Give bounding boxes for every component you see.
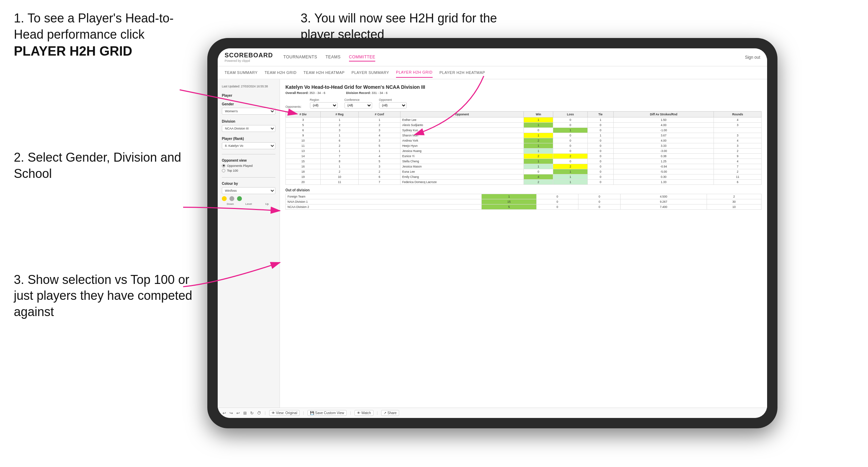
colour-up-label: Up bbox=[258, 202, 275, 206]
sidebar-date: Last Updated: 27/03/2024 16:55:38 bbox=[222, 84, 275, 89]
cell-div: 14 bbox=[286, 154, 321, 159]
cell-div: 11 bbox=[286, 143, 321, 149]
cell-div: 19 bbox=[286, 174, 321, 180]
view-original-icon: 👁 bbox=[272, 411, 275, 415]
radio-opponents-label: Opponents Played bbox=[227, 164, 253, 168]
colour-labels: Down Level Up bbox=[222, 202, 275, 206]
nav-committee[interactable]: COMMITTEE bbox=[349, 53, 376, 61]
cell-opponent: Eunice Yi bbox=[400, 154, 523, 159]
cell-diff: 0.30 bbox=[613, 174, 714, 180]
th-div: # Div bbox=[286, 112, 321, 117]
view-original-btn[interactable]: 👁 View: Original bbox=[269, 410, 300, 416]
cell-rounds: 3 bbox=[714, 143, 762, 149]
nav-right: Sign out bbox=[745, 55, 760, 60]
filter-region-select[interactable]: (All) bbox=[310, 102, 338, 108]
tablet: SCOREBOARD Powered by clippd TOURNAMENTS… bbox=[207, 38, 777, 428]
tablet-screen: SCOREBOARD Powered by clippd TOURNAMENTS… bbox=[218, 48, 767, 418]
nav-items: TOURNAMENTS TEAMS COMMITTEE bbox=[283, 53, 745, 61]
th-win: Win bbox=[523, 112, 553, 117]
filter-conference-label: Conference bbox=[345, 98, 372, 102]
nav-tournaments[interactable]: TOURNAMENTS bbox=[283, 53, 317, 61]
sub-nav-player-heatmap[interactable]: PLAYER H2H HEATMAP bbox=[440, 68, 485, 77]
table-row: 14 7 4 Eunice Yi 2 2 0 0.38 9 bbox=[286, 154, 762, 159]
colour-by-label: Colour by bbox=[222, 182, 275, 185]
colour-section: Colour by Win/loss Down Level Up bbox=[222, 182, 275, 206]
sub-nav-team-summary[interactable]: TEAM SUMMARY bbox=[225, 68, 258, 77]
radio-top100[interactable]: Top 100 bbox=[222, 169, 275, 172]
out-div-rounds: 10 bbox=[707, 204, 761, 210]
radio-opponents-played[interactable]: Opponents Played bbox=[222, 164, 275, 168]
filter-opponent-select[interactable]: (All) bbox=[379, 102, 407, 108]
cell-opponent: Jessica Mason bbox=[400, 164, 523, 169]
clock-icon[interactable]: ⏱ bbox=[257, 411, 261, 416]
out-div-rounds: 2 bbox=[707, 194, 761, 199]
cell-div: 3 bbox=[286, 117, 321, 123]
undo2-icon[interactable]: ↩ bbox=[236, 411, 240, 416]
filter-conference-select[interactable]: (All) bbox=[345, 102, 372, 108]
table-row: 16 1 3 Jessica Mason 1 2 0 -0.94 7 bbox=[286, 164, 762, 169]
toolbar-sep2: | bbox=[303, 411, 304, 415]
cell-rounds: 3 bbox=[714, 123, 762, 128]
undo-icon[interactable]: ↩ bbox=[223, 411, 226, 416]
cell-loss: 1 bbox=[553, 128, 587, 133]
cell-win: 1 bbox=[523, 159, 553, 164]
cell-loss: 0 bbox=[553, 123, 587, 128]
instruction-1-bold: PLAYER H2H GRID bbox=[14, 44, 132, 58]
cell-win: 1 bbox=[523, 123, 553, 128]
cell-win: 0 bbox=[523, 128, 553, 133]
cell-div: 18 bbox=[286, 169, 321, 174]
cell-win: 1 bbox=[523, 117, 553, 123]
data-table: # Div # Reg # Conf Opponent Win Loss Tie… bbox=[285, 111, 762, 185]
sub-nav-team-heatmap[interactable]: TEAM H2H HEATMAP bbox=[303, 68, 345, 77]
cell-loss: 2 bbox=[553, 164, 587, 169]
sidebar-player-rank-select[interactable]: 8. Katelyn Vo bbox=[222, 142, 275, 149]
dot-level bbox=[229, 196, 234, 201]
table-row: 9 1 4 Sharon Mun 1 0 1 3.67 3 bbox=[286, 133, 762, 138]
sign-out[interactable]: Sign out bbox=[745, 55, 760, 60]
redo-icon[interactable]: ↪ bbox=[229, 411, 233, 416]
colour-down-label: Down bbox=[222, 202, 239, 206]
filter-opponent: Opponent (All) bbox=[379, 98, 407, 108]
sidebar-division-select[interactable]: NCAA Division III bbox=[222, 125, 275, 132]
grid-icon[interactable]: ⊞ bbox=[243, 411, 247, 416]
watch-icon: 👁 bbox=[357, 411, 360, 415]
sidebar-division-label: Division bbox=[222, 120, 275, 123]
refresh-icon[interactable]: ↻ bbox=[250, 411, 254, 416]
filter-region: Region (All) bbox=[310, 98, 338, 108]
sub-nav-player-h2h[interactable]: PLAYER H2H GRID bbox=[396, 67, 433, 78]
cell-diff: -0.94 bbox=[613, 164, 714, 169]
cell-tie: 0 bbox=[587, 143, 613, 149]
cell-diff: -3.00 bbox=[613, 149, 714, 154]
cell-loss: 0 bbox=[553, 133, 587, 138]
instructions-left: 1. To see a Player's Head-to-Head perfor… bbox=[0, 0, 214, 342]
watch-btn[interactable]: 👁 Watch bbox=[355, 410, 374, 416]
sidebar-division-section: Division NCAA Division III bbox=[222, 120, 275, 132]
view-original-label: View: Original bbox=[276, 411, 298, 415]
sidebar-player-rank-label: Player (Rank) bbox=[222, 137, 275, 141]
cell-opponent: Stella Cheng bbox=[400, 159, 523, 164]
sidebar: Last Updated: 27/03/2024 16:55:38 Player… bbox=[218, 79, 280, 408]
cell-conf: 2 bbox=[359, 169, 400, 174]
cell-diff: 1.25 bbox=[613, 159, 714, 164]
cell-reg: 10 bbox=[321, 174, 359, 180]
table-row: 13 1 1 Jessica Huang 1 0 0 -3.00 2 bbox=[286, 149, 762, 154]
sub-nav-team-h2h[interactable]: TEAM H2H GRID bbox=[265, 68, 297, 77]
cell-tie: 0 bbox=[587, 180, 613, 185]
filters-row: Opponents: Region (All) Conference (All) bbox=[285, 98, 762, 108]
sub-nav-player-summary[interactable]: PLAYER SUMMARY bbox=[351, 68, 389, 77]
cell-diff: 4.00 bbox=[613, 138, 714, 143]
share-btn[interactable]: ↗ Share bbox=[381, 410, 399, 416]
sidebar-gender-label: Gender bbox=[222, 102, 275, 106]
cell-div: 13 bbox=[286, 149, 321, 154]
save-custom-btn[interactable]: 💾 Save Custom View bbox=[308, 410, 347, 416]
share-icon: ↗ bbox=[384, 411, 386, 415]
overall-record: Overall Record: 353 - 34 - 6 bbox=[285, 91, 326, 95]
colour-by-select[interactable]: Win/loss bbox=[222, 187, 275, 194]
cell-conf: 3 bbox=[359, 128, 400, 133]
logo-area: SCOREBOARD Powered by clippd bbox=[225, 52, 273, 63]
cell-tie: 0 bbox=[587, 138, 613, 143]
sidebar-gender-select[interactable]: Women's bbox=[222, 108, 275, 115]
nav-teams[interactable]: TEAMS bbox=[326, 53, 341, 61]
sub-navbar: TEAM SUMMARY TEAM H2H GRID TEAM H2H HEAT… bbox=[218, 66, 767, 79]
cell-loss: 0 bbox=[553, 138, 587, 143]
